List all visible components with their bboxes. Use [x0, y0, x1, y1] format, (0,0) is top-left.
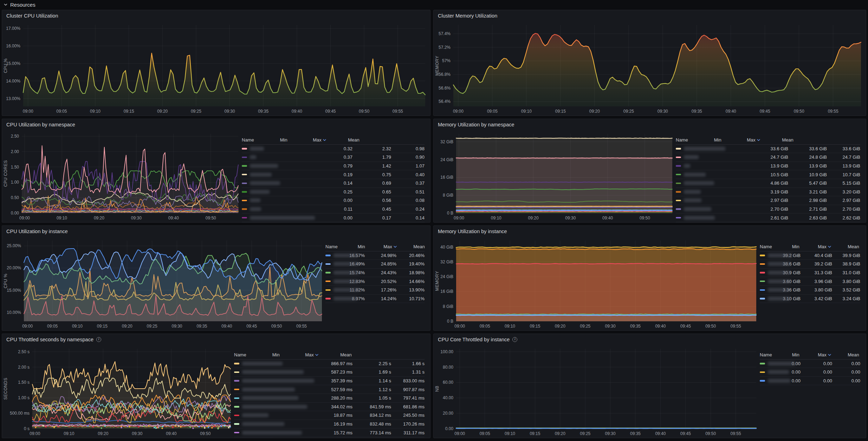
- legend-header-min[interactable]: Min: [772, 244, 799, 249]
- legend-series-name[interactable]: [234, 379, 319, 383]
- legend-series-name[interactable]: [242, 147, 319, 151]
- legend-row[interactable]: 0.371.790.90: [242, 153, 425, 162]
- legend-row[interactable]: 13.9 GiB13.9 GiB13.9 GiB: [676, 162, 860, 171]
- legend-header-max-sort[interactable]: Max: [280, 352, 318, 357]
- series-color-swatch-icon[interactable]: [325, 281, 331, 282]
- legend-row[interactable]: 16.57%24.98%20.46%: [325, 251, 425, 260]
- legend-series-name[interactable]: [760, 271, 773, 275]
- legend-header-min[interactable]: Min: [254, 137, 287, 143]
- legend-series-name[interactable]: [234, 413, 319, 417]
- legend-row[interactable]: 587.23 ms1.69 s1.31 s: [234, 368, 425, 377]
- legend-row[interactable]: 39.2 GiB40.4 GiB39.9 GiB: [760, 251, 860, 260]
- legend-row[interactable]: 288.20 ms1.05 s797.41 ms: [234, 394, 425, 403]
- series-color-swatch-icon[interactable]: [676, 208, 681, 210]
- legend-row[interactable]: 357.39 ms1.14 s833.00 ms: [234, 377, 425, 386]
- legend-row[interactable]: 18.87 ms834.12 ms245.50 ms: [234, 411, 425, 420]
- chart-canvas-cpu-core-throttled-by-instance[interactable]: 0.0020.0040.0060.0080.00100.0009:0009:05…: [434, 345, 760, 438]
- series-color-swatch-icon[interactable]: [676, 174, 681, 176]
- legend-series-name[interactable]: [242, 155, 319, 159]
- series-color-swatch-icon[interactable]: [242, 200, 247, 202]
- series-color-swatch-icon[interactable]: [760, 272, 765, 274]
- info-icon[interactable]: i: [96, 337, 101, 342]
- legend-row[interactable]: 12.83%20.52%14.66%: [325, 277, 425, 286]
- legend-header-name[interactable]: Name: [760, 244, 772, 249]
- series-color-swatch-icon[interactable]: [234, 397, 239, 399]
- legend-row[interactable]: 866.97 ms2.25 s1.66 s: [234, 360, 425, 368]
- series-color-swatch-icon[interactable]: [760, 289, 765, 291]
- legend-row[interactable]: 0.000.000.00: [760, 377, 860, 386]
- series-color-swatch-icon[interactable]: [234, 371, 239, 373]
- legend-row[interactable]: 0.000.560.08: [242, 196, 425, 205]
- series-color-swatch-icon[interactable]: [234, 380, 239, 382]
- legend-header-max-sort[interactable]: Max: [799, 244, 831, 249]
- series-color-swatch-icon[interactable]: [325, 255, 331, 256]
- legend-series-name[interactable]: [325, 288, 337, 292]
- series-color-swatch-icon[interactable]: [760, 255, 765, 256]
- legend-row[interactable]: 0.110.450.24: [242, 205, 425, 214]
- chart-canvas-memory-utilization-by-instance[interactable]: 0 B8 GiB16 GiB24 GiB32 GiB40 GiB09:0009:…: [434, 237, 760, 330]
- legend-series-name[interactable]: [242, 216, 319, 220]
- legend-header-name[interactable]: Name: [242, 137, 254, 143]
- legend-series-name[interactable]: [676, 147, 755, 151]
- legend-series-name[interactable]: [760, 254, 773, 257]
- panel-title-cpu-throttled-seconds-by-namespace[interactable]: CPU Throttled seconds by namespace: [6, 337, 93, 342]
- legend-series-name[interactable]: [325, 262, 337, 266]
- legend-row[interactable]: 2.70 GiB2.71 GiB2.70 GiB: [676, 205, 860, 214]
- legend-series-name[interactable]: [760, 279, 773, 283]
- series-color-swatch-icon[interactable]: [676, 217, 681, 219]
- legend-row[interactable]: 8.97%14.24%10.71%: [325, 295, 425, 303]
- series-color-swatch-icon[interactable]: [242, 191, 247, 193]
- legend-series-name[interactable]: [234, 388, 319, 391]
- series-color-swatch-icon[interactable]: [242, 148, 247, 150]
- legend-series-name[interactable]: [676, 216, 755, 220]
- info-icon[interactable]: i: [512, 337, 517, 342]
- legend-series-name[interactable]: [234, 431, 319, 435]
- chart-canvas-cpu-utilization-by-instance[interactable]: 10.00%15.00%20.00%25.00%09:0009:0509:100…: [2, 237, 325, 330]
- legend-header-mean[interactable]: Mean: [326, 137, 359, 143]
- legend-header-name[interactable]: Name: [325, 244, 338, 249]
- legend-header-max-sort[interactable]: Max: [721, 137, 760, 143]
- series-color-swatch-icon[interactable]: [234, 415, 239, 416]
- legend-row-partial[interactable]: [234, 437, 425, 438]
- chart-canvas-memory-utilization-by-namespace[interactable]: 0 B8 GiB16 GiB24 GiB32 GiB09:0009:1009:2…: [434, 130, 676, 222]
- legend-series-name[interactable]: [760, 288, 773, 292]
- legend-series-name[interactable]: [676, 207, 755, 211]
- panel-title-cluster-memory-utilization[interactable]: Cluster Memory Utilization: [438, 13, 497, 19]
- legend-row[interactable]: 0.791.421.07: [242, 162, 425, 171]
- row-header-resources[interactable]: Resources: [0, 0, 35, 9]
- series-color-swatch-icon[interactable]: [234, 389, 239, 390]
- series-color-swatch-icon[interactable]: [676, 165, 681, 167]
- series-color-swatch-icon[interactable]: [676, 183, 681, 184]
- series-color-swatch-icon[interactable]: [234, 406, 239, 408]
- series-color-swatch-icon[interactable]: [760, 363, 765, 364]
- panel-title-memory-utilization-by-namespace[interactable]: Memory Utilization by namespace: [438, 122, 514, 127]
- legend-row[interactable]: 33.6 GiB33.6 GiB33.6 GiB: [676, 145, 860, 153]
- series-color-swatch-icon[interactable]: [760, 281, 765, 282]
- legend-row[interactable]: 0.000.170.14: [242, 213, 425, 222]
- legend-header-mean[interactable]: Mean: [397, 244, 425, 249]
- series-color-swatch-icon[interactable]: [760, 380, 765, 382]
- legend-row[interactable]: 15.74%24.43%18.98%: [325, 269, 425, 277]
- legend-row[interactable]: 16.49%24.85%19.40%: [325, 260, 425, 269]
- legend-series-name[interactable]: [242, 173, 319, 177]
- series-color-swatch-icon[interactable]: [325, 272, 331, 274]
- legend-series-name[interactable]: [234, 422, 319, 426]
- legend-row[interactable]: 527.59 ms1.12 s907.87 ms: [234, 385, 425, 394]
- legend-row[interactable]: 30.9 GiB31.3 GiB31.0 GiB: [760, 269, 860, 277]
- legend-row[interactable]: 0.140.690.37: [242, 179, 425, 188]
- legend-row[interactable]: 2.97 GiB2.98 GiB2.97 GiB: [676, 196, 860, 205]
- legend-series-name[interactable]: [242, 164, 319, 168]
- panel-title-cpu-utilization-by-namespace[interactable]: CPU Utilization by namespace: [6, 122, 75, 127]
- chart-canvas-cpu-utilization-by-namespace[interactable]: 0.000.501.001.502.002.5009:0009:1009:200…: [2, 130, 242, 222]
- legend-row[interactable]: 3.36 GiB3.80 GiB3.52 GiB: [760, 286, 860, 295]
- legend-series-name[interactable]: [234, 396, 319, 400]
- chart-canvas-cpu-throttled-seconds-by-namespace[interactable]: 0 s500.00 ms1.00 s1.50 s2.00 s2.50 s09:0…: [2, 345, 234, 438]
- legend-row[interactable]: 0.250.650.51: [242, 188, 425, 197]
- series-color-swatch-icon[interactable]: [234, 363, 239, 364]
- series-color-swatch-icon[interactable]: [234, 423, 239, 425]
- legend-series-name[interactable]: [234, 405, 319, 409]
- panel-title-cpu-utilization-by-instance[interactable]: CPU Utilization by instance: [6, 229, 68, 234]
- legend-header-name[interactable]: Name: [676, 137, 688, 143]
- panel-title-memory-utilization-by-instance[interactable]: Memory Utilization by instance: [438, 229, 507, 234]
- series-color-swatch-icon[interactable]: [242, 208, 247, 210]
